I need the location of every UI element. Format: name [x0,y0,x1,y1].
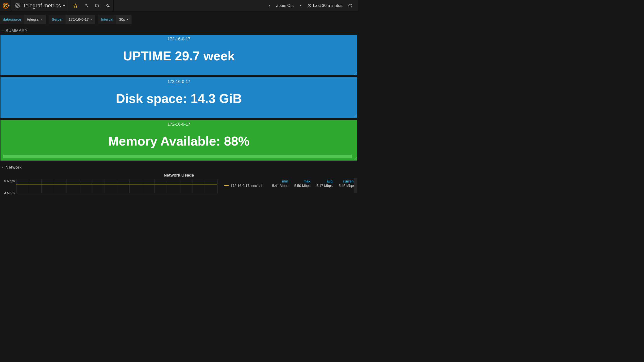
var-server-value[interactable]: 172-16-0-17 [66,15,95,24]
chevron-down-icon [41,19,43,20]
row-network-title: Network [6,165,22,170]
time-forward-button[interactable] [296,4,304,8]
panel-memory-value: Memory Available: 88% [0,134,357,148]
legend-avg: 5.47 Mbps [310,184,332,188]
chevron-down-icon [63,5,65,6]
var-server-value-text: 172-16-0-17 [68,17,89,21]
var-datasource-label: datasource [0,15,24,24]
gear-icon [106,4,110,8]
settings-button[interactable] [102,0,113,11]
legend-head-current[interactable]: current [332,179,355,183]
zoom-out-button[interactable]: Zoom Out [274,3,296,8]
resize-handle[interactable] [354,114,357,117]
template-variables: datasource telegraf Server 172-16-0-17 I… [0,11,358,27]
row-summary-title: SUMMARY [6,28,28,33]
var-datasource-value-text: telegraf [27,17,40,21]
var-interval-label: Interval [98,15,116,24]
legend-series-name: 172-16-0-17: eno1: in [230,184,264,188]
chevron-down-icon [90,19,92,20]
var-datasource: datasource telegraf [0,15,46,24]
var-interval-value-text: 30s [119,17,125,21]
panel-uptime-value: UPTIME 29.7 week [0,48,357,63]
legend-scrollbar[interactable] [354,178,357,193]
refresh-button[interactable] [346,4,355,8]
star-button[interactable] [70,0,81,11]
panel-disk-host: 172-16-0-17 [0,77,357,84]
series-eno1-in [16,184,217,184]
chevron-left-icon [268,4,271,8]
panel-network-usage[interactable]: Network Usage 6 Mbps 4 Mbps [0,171,357,193]
time-controls: Zoom Out Last 30 minutes [265,3,358,8]
chevron-down-icon [8,5,10,6]
resize-handle[interactable] [354,72,357,75]
legend-head-avg[interactable]: avg [310,179,332,183]
dashboard-icon [15,3,20,8]
yaxis-tick-4mbps: 4 Mbps [4,191,15,195]
panel-memory[interactable]: 172-16-0-17 Memory Available: 88% [0,120,358,163]
legend-current: 5.46 Mbps [332,184,355,188]
clock-icon [308,4,312,8]
panel-memory-gauge [3,155,352,158]
save-icon [95,4,99,8]
panel-disk[interactable]: 172-16-0-17 Disk space: 14.3 GiB [0,77,358,120]
panel-memory-host: 172-16-0-17 [0,120,357,127]
row-summary-header[interactable]: SUMMARY [0,27,358,35]
panel-disk-value: Disk space: 14.3 GiB [0,91,357,106]
yaxis-tick-6mbps: 6 Mbps [4,179,15,183]
chevron-down-icon [127,19,128,20]
legend-max: 5.50 Mbps [288,184,310,188]
var-interval-value[interactable]: 30s [116,15,131,24]
panel-uptime-host: 172-16-0-17 [0,35,357,42]
svg-point-2 [5,5,6,6]
dashboard-actions [69,0,114,11]
legend-min: 5.41 Mbps [266,184,288,188]
timerange-label: Last 30 minutes [313,3,342,8]
network-chart-plot[interactable]: 6 Mbps 4 Mbps [16,179,217,193]
var-server: Server 172-16-0-17 [49,15,95,24]
legend-head-max[interactable]: max [288,179,310,183]
legend-head-min[interactable]: min [266,179,288,183]
var-server-label: Server [49,15,66,24]
row-network-header[interactable]: Network [0,163,358,171]
top-navbar: Telegraf metrics Zoom Out Last 30 minute… [0,0,358,11]
panel-network-title: Network Usage [0,171,357,179]
dashboard-title: Telegraf metrics [23,2,61,9]
dashboard-title-dropdown[interactable]: Telegraf metrics [11,0,69,11]
var-datasource-value[interactable]: telegraf [24,15,46,24]
star-icon [73,3,78,8]
time-back-button[interactable] [265,4,274,8]
chart-grid [16,179,217,193]
chevron-down-icon [0,166,4,169]
share-button[interactable] [81,0,92,11]
chevron-down-icon [0,29,4,33]
svg-marker-3 [74,4,77,7]
share-icon [84,4,88,8]
save-button[interactable] [92,0,102,11]
timerange-button[interactable]: Last 30 minutes [304,3,346,8]
chevron-right-icon [299,4,302,8]
refresh-icon [348,4,352,8]
legend-swatch [224,185,229,186]
panel-uptime[interactable]: 172-16-0-17 UPTIME 29.7 week [0,35,358,77]
legend-row-eno1-in[interactable]: 172-16-0-17: eno1: in 5.41 Mbps 5.50 Mbp… [224,183,355,188]
var-interval: Interval 30s [98,15,131,24]
resize-handle[interactable] [354,157,357,160]
grafana-logo-button[interactable] [0,0,11,11]
network-legend: series min max avg current 172-16-0-17: … [219,179,357,193]
